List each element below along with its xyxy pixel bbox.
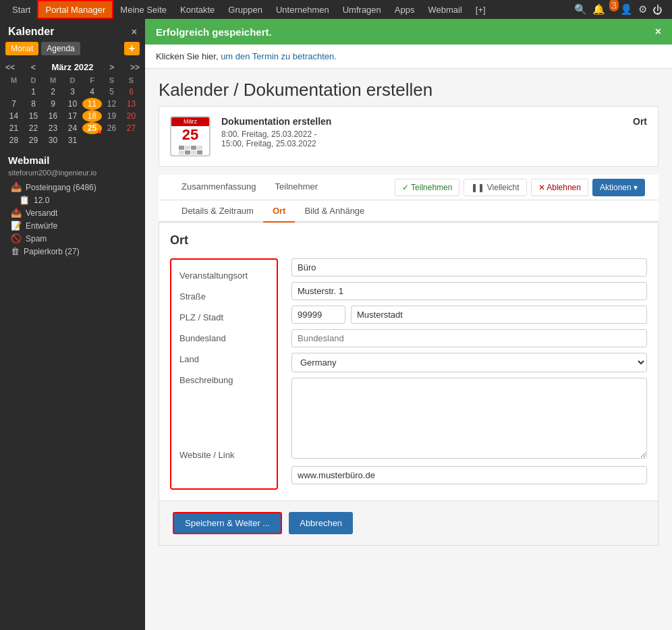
cal-day-4[interactable]: 4 [82, 86, 102, 98]
cal-day-1[interactable]: 1 [24, 86, 43, 98]
notification-icon[interactable]: 🔔3 [592, 3, 615, 16]
nav-portal-manager[interactable]: Portal Manager [37, 0, 113, 19]
cal-day-16[interactable]: 16 [43, 110, 63, 122]
cal-day-6[interactable]: 6 [121, 86, 141, 98]
cal-day-27[interactable]: 27 [121, 122, 141, 134]
prev1-button[interactable]: < [31, 63, 36, 72]
teilnehmen-button[interactable]: ✓ Teilnehmen [395, 179, 460, 196]
tab-zusammenfassung[interactable]: Zusammenfassung [172, 175, 266, 200]
nav-apps[interactable]: Apps [388, 0, 422, 19]
nav-umfragen[interactable]: Umfragen [336, 0, 388, 19]
cal-day-29[interactable]: 29 [24, 134, 43, 146]
col-header-m2: M [43, 75, 63, 86]
agenda-button[interactable]: Agenda [41, 42, 80, 55]
cal-day-empty4 [121, 134, 141, 146]
webmail-versandt-label: Versandt [26, 208, 57, 218]
cal-day-18[interactable]: 18 [82, 110, 102, 122]
prev2-button[interactable]: << [5, 63, 15, 72]
nav-gruppen[interactable]: Gruppen [221, 0, 269, 19]
calendar-nav: << < März 2022 > >> [0, 59, 145, 75]
webmail-posteingang[interactable]: 📥 Posteingang (6486) [0, 181, 145, 194]
cancel-button[interactable]: Abbrechen [289, 512, 353, 534]
next2-button[interactable]: >> [130, 63, 140, 72]
aktionen-button[interactable]: Aktionen ▾ [592, 179, 645, 196]
webmail-papierkorb[interactable]: 🗑 Papierkorb (27) [0, 245, 145, 258]
bundesland-input[interactable] [291, 329, 647, 347]
cal-day-11[interactable]: 11 [82, 98, 102, 110]
ablehnen-button[interactable]: ✕ Ablehnen [531, 179, 588, 196]
cal-day-30[interactable]: 30 [43, 134, 63, 146]
strasse-input[interactable] [291, 282, 647, 300]
webmail-120-label: 12.0 [34, 196, 49, 205]
cal-day-14[interactable]: 14 [4, 110, 24, 122]
col-header-f: F [82, 75, 102, 86]
cal-day-23[interactable]: 23 [43, 122, 63, 134]
form-inputs-column: Germany Austria Switzerland [291, 258, 647, 490]
cal-day-17[interactable]: 17 [63, 110, 82, 122]
sub-tab-details[interactable]: Details & Zeitraum [172, 200, 263, 223]
add-event-button[interactable]: + [124, 42, 140, 55]
webmail-spam[interactable]: 🚫 Spam [0, 232, 145, 245]
website-input[interactable] [291, 466, 647, 484]
form-labels-column: Veranstaltungsort Straße PLZ / Stadt Bun… [170, 258, 278, 490]
nav-kontakte[interactable]: Kontakte [173, 0, 221, 19]
veranstaltungsort-input[interactable] [291, 258, 647, 277]
nav-unternehmen[interactable]: Unternehmen [269, 0, 336, 19]
cal-day-28[interactable]: 28 [4, 134, 24, 146]
sub-tab-bild[interactable]: Bild & Anhänge [295, 200, 374, 223]
success-banner: Erfolgreich gespeichert. × [145, 19, 672, 45]
cal-day-26[interactable]: 26 [102, 122, 121, 134]
drafts-icon: 📝 [11, 221, 22, 231]
tab-teilnehmer[interactable]: Teilnehmer [266, 175, 328, 200]
cal-day-24[interactable]: 24 [63, 122, 82, 134]
settings-icon[interactable]: ⚙ [638, 3, 647, 16]
webmail-120[interactable]: 📋 12.0 [0, 194, 145, 206]
cal-day-9[interactable]: 9 [43, 98, 63, 110]
user-icon[interactable]: 👤 [620, 3, 633, 16]
cal-day-31[interactable]: 31 [63, 134, 82, 146]
cal-day-13[interactable]: 13 [121, 98, 141, 110]
cal-day-7[interactable]: 7 [4, 98, 24, 110]
search-icon[interactable]: 🔍 [574, 3, 587, 16]
cal-day-2[interactable]: 2 [43, 86, 63, 98]
calendar-grid: M D M D F S S 1 2 3 4 [0, 75, 145, 146]
nav-start[interactable]: Start [5, 0, 37, 19]
beschreibung-textarea[interactable] [291, 378, 647, 459]
cal-day-3[interactable]: 3 [63, 86, 82, 98]
power-icon[interactable]: ⏻ [652, 4, 663, 16]
event-card: März 25 Dokumentation erstellen 8:00, Fr… [159, 106, 659, 167]
event-title: Dokumentation erstellen [221, 116, 622, 127]
label-plz-stadt: PLZ / Stadt [179, 307, 269, 328]
termin-link[interactable]: um den Termin zu betrachten. [221, 51, 337, 61]
cal-day-12[interactable]: 12 [102, 98, 121, 110]
cal-day-8[interactable]: 8 [24, 98, 43, 110]
plz-input[interactable] [291, 306, 345, 324]
webmail-entworfe[interactable]: 📝 Entwürfe [0, 219, 145, 232]
input-row-bundesland [291, 329, 647, 347]
save-button[interactable]: Speichern & Weiter ... [173, 512, 282, 534]
nav-webmail[interactable]: Webmail [421, 0, 468, 19]
ort-section-title: Ort [170, 233, 647, 248]
nav-plus[interactable]: [+] [469, 0, 493, 19]
success-close-button[interactable]: × [655, 26, 661, 38]
nav-meine-seite[interactable]: Meine Seite [113, 0, 173, 19]
cal-day-21[interactable]: 21 [4, 122, 24, 134]
cal-day-10[interactable]: 10 [63, 98, 82, 110]
cal-day-19[interactable]: 19 [102, 110, 121, 122]
sub-tab-ort[interactable]: Ort [263, 200, 296, 223]
cal-day-empty3 [102, 134, 121, 146]
next1-button[interactable]: > [109, 63, 114, 72]
cal-day-22[interactable]: 22 [24, 122, 43, 134]
monat-button[interactable]: Monat [5, 42, 38, 55]
cal-day-empty [4, 86, 24, 98]
cal-day-20[interactable]: 20 [121, 110, 141, 122]
label-bundesland: Bundesland [179, 328, 269, 349]
city-input[interactable] [351, 306, 647, 324]
cal-day-15[interactable]: 15 [24, 110, 43, 122]
vielleicht-button[interactable]: ❚❚ Vielleicht [464, 179, 526, 196]
cal-day-5[interactable]: 5 [102, 86, 121, 98]
cal-day-25[interactable]: 25 [82, 122, 102, 134]
sidebar-close-button[interactable]: × [132, 26, 137, 37]
land-select[interactable]: Germany Austria Switzerland [291, 353, 647, 372]
webmail-versandt[interactable]: 📤 Versandt [0, 206, 145, 219]
